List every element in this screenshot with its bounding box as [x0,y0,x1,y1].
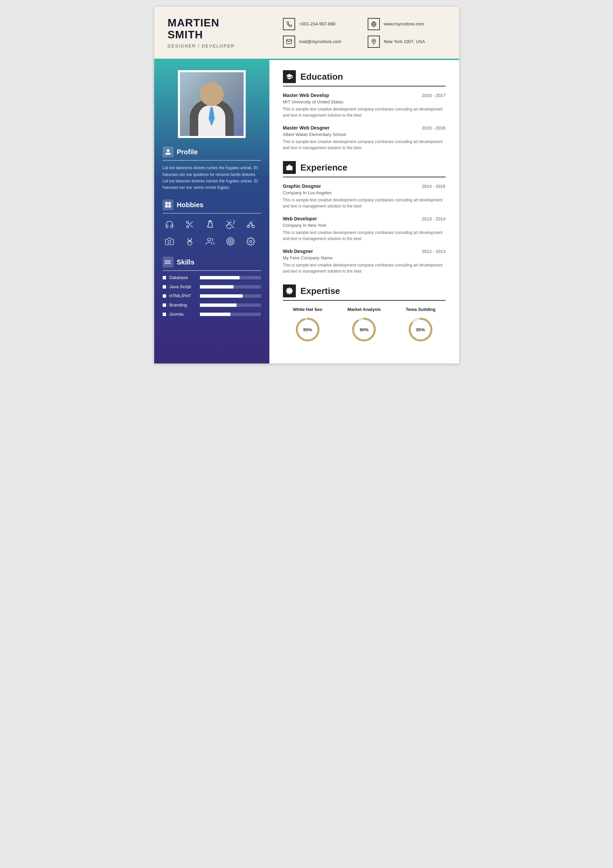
expertise-item: Tema Suilding 85% [396,307,446,343]
expertise-label: Tema Suilding [406,307,435,312]
hobby-target [224,235,237,248]
email-text: mail@mycvstore.com [299,39,341,44]
hobby-gear [244,235,257,248]
skill-bar-fill [200,294,243,298]
website-icon [368,18,380,30]
experience-entry: Web Desgner 2012 - 2013 My Feist Company… [283,248,446,274]
hobby-chess [203,218,217,231]
svg-rect-7 [168,205,171,208]
profile-section-header: Profile [163,146,261,161]
experience-header: Experience [283,161,446,177]
experience-entry: Graphic Desgner 2014 - 2015 Company In L… [283,183,446,209]
contact-phone: +001-234-567-890 [283,18,361,30]
entry-title: Master Web Desgner [283,125,330,130]
svg-point-17 [168,240,171,243]
svg-rect-4 [165,202,168,205]
contact-website: www.mycvstore.com [368,18,446,30]
expertise-items: White Hat Seo 95% Market Analysis 90% Te… [283,307,446,343]
education-entry: Master Web Desgner 2015 - 2016 Albert Wa… [283,125,446,151]
email-icon [283,36,295,48]
entry-subtitle: Company In Los Angeles [283,190,446,195]
entry-subtitle: Company In New York [283,223,446,228]
svg-rect-5 [168,202,171,205]
main-content: Education Master Web Develop 2016 - 2017… [269,60,459,363]
svg-point-20 [227,238,234,245]
skill-bar-fill [200,313,231,316]
svg-point-16 [251,222,252,222]
contact-location: New York 1007, USA [368,36,446,48]
profile-icon [163,146,173,157]
experience-section: Experience Graphic Desgner 2014 - 2015 C… [283,161,446,274]
entry-subtitle: Albert Walah Elementary School [283,132,446,137]
education-entry: Master Web Develop 2016 - 2017 MIT Unive… [283,93,446,118]
entry-desc: This is sample text creative development… [283,262,446,274]
resume: MARTIEN SMITH DESIGNER / DEVELOPER +001-… [154,7,459,363]
hobby-scissors [183,218,197,231]
skill-item: Branding [163,302,261,307]
name: MARTIEN SMITH [168,17,273,41]
skill-bullet [163,285,166,288]
skill-name: Java Script [169,284,197,289]
education-section: Education Master Web Develop 2016 - 2017… [283,70,446,151]
profile-title: Profile [177,148,198,156]
expertise-circle: 95% [294,316,321,343]
skill-bullet [163,294,166,298]
expertise-section: Expertise White Hat Seo 95% Market Analy… [283,284,446,343]
entry-title: Graphic Desgner [283,183,321,189]
body: Profile Lid est laborums doloes rumes th… [154,60,459,363]
entry-date: 2016 - 2017 [422,93,445,98]
skill-bullet [163,313,166,316]
header-left: MARTIEN SMITH DESIGNER / DEVELOPER [168,17,283,48]
svg-rect-6 [165,205,168,208]
skills-section-header: Skills [163,257,261,271]
expertise-label: White Hat Seo [293,307,322,312]
phone-icon [283,18,295,30]
hobby-cycling [244,218,257,231]
experience-title: Experience [300,163,348,173]
skills-list: Database Java Script HTML/PHT Branding J… [163,275,261,317]
entry-desc: This is sample text creative development… [283,197,446,209]
hobby-team [203,235,217,248]
svg-point-14 [247,225,250,228]
expertise-percent: 90% [359,327,368,332]
svg-point-18 [187,241,192,245]
expertise-icon [283,284,296,298]
skill-bullet [163,304,166,307]
hobbies-grid [163,218,261,248]
contact-email: mail@mycvstore.com [283,36,361,48]
svg-point-24 [165,260,166,261]
profile-photo [178,70,246,138]
experience-icon [283,161,296,174]
skill-item: HTML/PHT [163,293,261,298]
svg-point-3 [373,40,375,42]
education-icon [283,70,296,83]
svg-point-25 [165,262,166,263]
svg-line-12 [188,223,189,225]
education-header: Education [283,70,446,87]
header: MARTIEN SMITH DESIGNER / DEVELOPER +001-… [154,7,459,60]
hobby-camera [163,235,176,248]
profile-text: Lid est laborums doloes rumes the fugate… [163,165,261,191]
skill-bar-fill [200,304,237,307]
svg-point-22 [229,241,231,242]
hobbies-section-header: Hobbies [163,199,261,214]
skill-bar-bg [200,294,261,298]
skill-bar-bg [200,285,261,288]
skill-item: Joomla [163,312,261,317]
education-entries: Master Web Develop 2016 - 2017 MIT Unive… [283,93,446,151]
skill-bar-bg [200,313,261,316]
expertise-label: Market Analysis [347,307,381,312]
skill-name: Database [169,275,197,280]
expertise-circle: 85% [407,316,434,343]
expertise-percent: 95% [303,327,312,332]
phone-text: +001-234-567-890 [299,22,336,26]
hobby-medal [183,235,197,248]
skill-name: Joomla [169,312,197,317]
entry-date: 2014 - 2015 [422,184,445,189]
svg-point-21 [228,239,232,244]
entry-title: Web Desgner [283,248,313,254]
skill-bar-fill [200,276,240,279]
hobbies-title: Hobbies [177,201,204,209]
svg-line-11 [190,225,192,228]
skills-icon [163,257,173,268]
